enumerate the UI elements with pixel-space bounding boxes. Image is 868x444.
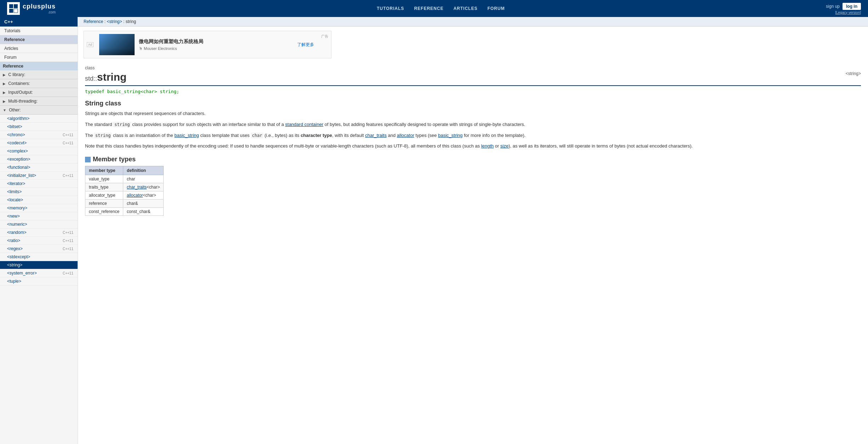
logo-text: cplusplus — [23, 3, 56, 10]
sidebar-exception[interactable]: <exception> — [0, 155, 78, 163]
sidebar-functional[interactable]: <functional> — [0, 163, 78, 172]
io-label: Input/Output: — [8, 90, 33, 95]
class-name: string — [97, 71, 126, 83]
sidebar-item-forum[interactable]: Forum — [0, 53, 78, 62]
breadcrumb-reference[interactable]: Reference — [84, 19, 103, 24]
desc4: Note that this class handles bytes indep… — [85, 143, 861, 150]
limits-label: <limits> — [7, 189, 22, 194]
sidebar-tuple[interactable]: <tuple> — [0, 277, 78, 286]
sidebar-algorithm[interactable]: <algorithm> — [0, 115, 78, 123]
sidebar-regex[interactable]: <regex> C++11 — [0, 245, 78, 253]
char-traits-link[interactable]: char_traits — [365, 133, 387, 138]
sidebar-input-output[interactable]: ▶ Input/Output: — [0, 88, 78, 97]
member-types-table: member type definition value_type char t… — [85, 166, 164, 216]
table-row: const_reference const_char& — [85, 208, 164, 216]
logo-text-area: cplusplus .com — [23, 3, 56, 14]
sidebar-locale[interactable]: <locale> — [0, 196, 78, 204]
sidebar-numeric[interactable]: <numeric> — [0, 220, 78, 229]
main-layout: C++ Tutorials Reference Articles Forum R… — [0, 17, 868, 444]
regex-label: <regex> — [7, 246, 23, 251]
sidebar-complex[interactable]: <complex> — [0, 147, 78, 155]
sidebar-string[interactable]: <string> — [0, 261, 78, 269]
svg-rect-0 — [9, 4, 13, 8]
size-link[interactable]: size — [500, 143, 509, 149]
basic-string-link1[interactable]: basic_string — [174, 133, 199, 138]
breadcrumb-string-header[interactable]: <string> — [107, 19, 122, 24]
sign-up-link[interactable]: sign up — [826, 4, 840, 9]
ad-source-icon: 🖱 — [139, 46, 143, 51]
allocator-table-link[interactable]: allocator — [127, 193, 143, 198]
svg-rect-3 — [14, 9, 18, 13]
c-library-arrow: ▶ — [3, 73, 6, 77]
complex-label: <complex> — [7, 149, 28, 154]
regex-badge: C++11 — [63, 247, 73, 251]
page-content: class std::string <string> typedef basic… — [78, 63, 868, 226]
iterator-label: <iterator> — [7, 181, 25, 186]
sidebar-other[interactable]: ▼ Other: — [0, 106, 78, 115]
table-row: value_type char — [85, 175, 164, 183]
nav-tutorials[interactable]: TUTORIALS — [377, 6, 404, 11]
sidebar: C++ Tutorials Reference Articles Forum R… — [0, 17, 78, 444]
sidebar-new[interactable]: <new> — [0, 212, 78, 220]
ad-more-link[interactable]: 了解更多 — [297, 42, 314, 48]
c-library-label: C library: — [8, 72, 25, 77]
codecvt-label: <codecvt> — [7, 140, 27, 145]
sidebar-memory[interactable]: <memory> — [0, 204, 78, 212]
sidebar-initializer-list[interactable]: <initializer_list> C++11 — [0, 172, 78, 180]
svg-rect-2 — [9, 9, 13, 13]
sidebar-system-error[interactable]: <system_error> C++11 — [0, 269, 78, 277]
sidebar-ratio[interactable]: <ratio> C++11 — [0, 237, 78, 245]
nav-links: TUTORIALS REFERENCE ARTICLES FORUM — [377, 6, 505, 11]
codecvt-badge: C++11 — [63, 141, 73, 145]
log-in-button[interactable]: log in — [843, 3, 861, 10]
sidebar-chrono[interactable]: <chrono> C++11 — [0, 131, 78, 139]
mt-label: Multi-threading: — [8, 99, 38, 104]
row5-col2: const_char& — [123, 208, 164, 216]
desc3-code2: char — [251, 133, 263, 138]
sidebar-item-articles[interactable]: Articles — [0, 44, 78, 53]
standard-container-link[interactable]: standard container — [285, 122, 323, 127]
ad-image — [99, 34, 135, 55]
content-area: Reference : <string> : string Ad 微电网如何重塑… — [78, 17, 868, 444]
mt-arrow: ▶ — [3, 99, 6, 103]
new-label: <new> — [7, 214, 20, 219]
allocator-link[interactable]: allocator — [397, 133, 414, 138]
sidebar-multi-threading[interactable]: ▶ Multi-threading: — [0, 97, 78, 106]
nav-articles[interactable]: ARTICLES — [453, 6, 477, 11]
row5-col1: const_reference — [85, 208, 123, 216]
ratio-badge: C++11 — [63, 239, 73, 243]
member-types-label: Member types — [93, 156, 136, 163]
sidebar-c-library[interactable]: ▶ C library: — [0, 70, 78, 79]
locale-label: <locale> — [7, 197, 23, 202]
bitset-label: <bitset> — [7, 124, 22, 129]
string-label: <string> — [7, 263, 22, 267]
nav-reference[interactable]: REFERENCE — [414, 6, 443, 11]
ad-corner: 广告 — [321, 34, 328, 39]
nav-forum[interactable]: FORUM — [487, 6, 505, 11]
logo: cplusplus .com — [7, 2, 56, 15]
class-title: std::string — [85, 71, 126, 83]
sidebar-item-reference[interactable]: Reference — [0, 35, 78, 44]
system-error-label: <system_error> — [7, 271, 37, 276]
header-tag: <string> — [846, 71, 861, 76]
sidebar-limits[interactable]: <limits> — [0, 188, 78, 196]
basic-string-link2[interactable]: basic_string — [438, 133, 463, 138]
sidebar-bitset[interactable]: <bitset> — [0, 123, 78, 131]
auth-buttons: sign up log in — [826, 3, 861, 10]
sidebar-containers[interactable]: ▶ Containers: — [0, 79, 78, 88]
exception-label: <exception> — [7, 157, 30, 162]
char-traits-table-link[interactable]: char_traits — [127, 185, 147, 190]
legacy-link[interactable]: [Legacy version] — [835, 11, 861, 15]
sidebar-iterator[interactable]: <iterator> — [0, 180, 78, 188]
logo-icon — [7, 2, 20, 15]
header: cplusplus .com TUTORIALS REFERENCE ARTIC… — [0, 0, 868, 17]
sidebar-item-tutorials[interactable]: Tutorials — [0, 27, 78, 35]
ratio-label: <ratio> — [7, 238, 20, 243]
sidebar-random[interactable]: <random> C++11 — [0, 229, 78, 237]
length-link[interactable]: length — [481, 143, 494, 149]
sidebar-stdexcept[interactable]: <stdexcept> — [0, 253, 78, 261]
sidebar-codecvt[interactable]: <codecvt> C++11 — [0, 139, 78, 147]
numeric-label: <numeric> — [7, 222, 27, 227]
row4-col2: char& — [123, 200, 164, 208]
row4-col1: reference — [85, 200, 123, 208]
